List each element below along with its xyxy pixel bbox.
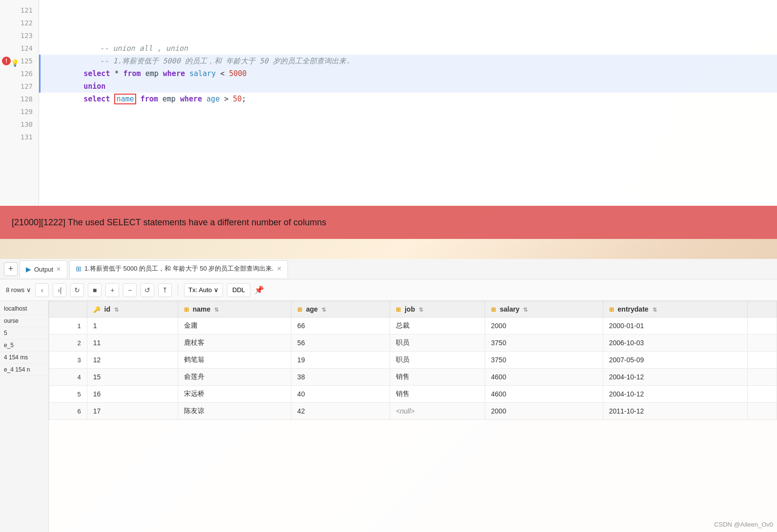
salary-sort-icon: ⇅	[523, 307, 528, 313]
kw-union: union	[83, 82, 105, 91]
col-header-job[interactable]: ⊞ job ⇅	[390, 301, 485, 317]
col-header-id[interactable]: 🔑 id ⇅	[87, 301, 178, 317]
watermark: CSDN @Aileen_Ov0	[714, 521, 773, 528]
result-toolbar: 8 rows ∨ ‹ ›| ↻ ■ + − ↺ ⤒ Tx: Auto ∨ DDL…	[0, 279, 777, 301]
pin-icon[interactable]: 📌	[254, 285, 264, 295]
null-value: <null>	[396, 407, 414, 415]
code-line-129	[39, 105, 777, 118]
col-age: age	[206, 95, 220, 103]
code-line-122	[39, 17, 777, 29]
results-table-wrapper[interactable]: 🔑 id ⇅ ⊞ name ⇅ ⊞ age ⇅	[49, 301, 777, 532]
col-header-extra	[747, 301, 777, 317]
val-5000: 5000	[229, 69, 246, 78]
cell-entrydate-2: 2006-10-03	[603, 335, 747, 352]
kw-from-1: from	[123, 69, 141, 78]
cell-job-5: 销售	[390, 386, 485, 403]
entrydate-col-icon: ⊞	[609, 306, 614, 313]
col-header-salary[interactable]: ⊞ salary ⇅	[485, 301, 603, 317]
cell-name-1: 金庸	[178, 317, 291, 335]
cell-name-3: 鹤笔翁	[178, 352, 291, 369]
bottom-content: localhost ourse 5 e_5 4 154 ms e_4 154 n…	[0, 301, 777, 532]
line-121: 121	[0, 4, 39, 17]
val-50: 50	[233, 95, 242, 103]
table-row[interactable]: 4 15 俞莲舟 38 销售 4600 2004-10-12	[49, 369, 777, 386]
cell-job-6: <null>	[390, 403, 485, 420]
tx-auto-label: Tx: Auto	[188, 286, 212, 294]
tx-auto-chevron: ∨	[214, 286, 219, 294]
code-editor: 121 122 123 124 ! 💡 125 126 127 128 129 …	[0, 0, 777, 205]
table-row[interactable]: 5 16 宋远桥 40 销售 4600 2004-10-12	[49, 386, 777, 403]
stop-button[interactable]: ■	[88, 283, 102, 297]
cell-job-2: 职员	[390, 335, 485, 352]
error-message: [21000][1222] The used SELECT statements…	[12, 217, 326, 228]
cell-salary-6: 2000	[485, 403, 603, 420]
result-tab-close[interactable]: ✕	[277, 265, 282, 272]
kw-select-1: select	[83, 69, 110, 78]
cell-rownum-1: 1	[49, 317, 87, 335]
output-tab-close[interactable]: ✕	[56, 266, 61, 273]
result-tab[interactable]: ⊞ 1.将薪资低于 5000 的员工，和 年龄大于 50 岁的员工全部查询出来.…	[69, 260, 288, 278]
line-125: ! 💡 125	[0, 55, 39, 67]
table-row[interactable]: 1 1 金庸 66 总裁 2000 2000-01-01	[49, 317, 777, 335]
cell-age-3: 19	[291, 352, 390, 369]
rows-count[interactable]: 8 rows ∨	[6, 286, 31, 294]
cell-age-5: 40	[291, 386, 390, 403]
job-col-icon: ⊞	[396, 306, 401, 313]
sidebar-e5[interactable]: e_5	[0, 339, 48, 352]
line-128: 128	[0, 93, 39, 105]
kw-where-1: where	[163, 69, 185, 78]
error-bar: [21000][1222] The used SELECT statements…	[0, 206, 777, 239]
age-sort-icon: ⇅	[322, 307, 326, 313]
col-header-rownum	[49, 301, 87, 317]
results-table: 🔑 id ⇅ ⊞ name ⇅ ⊞ age ⇅	[49, 301, 777, 420]
result-tab-icon: ⊞	[76, 265, 82, 273]
code-line-131	[39, 131, 777, 143]
sidebar-5[interactable]: 5	[0, 327, 48, 339]
remove-row-button[interactable]: −	[123, 283, 137, 297]
nav-last-button[interactable]: ›|	[53, 283, 66, 297]
line-numbers: 121 122 123 124 ! 💡 125 126 127 128 129 …	[0, 0, 39, 205]
tx-auto-dropdown[interactable]: Tx: Auto ∨	[184, 283, 223, 297]
table-header-row: 🔑 id ⇅ ⊞ name ⇅ ⊞ age ⇅	[49, 301, 777, 317]
nav-first-button[interactable]: ‹	[35, 283, 49, 297]
cell-extra-5	[747, 386, 777, 403]
cell-age-4: 38	[291, 369, 390, 386]
add-tab-button[interactable]: +	[4, 262, 18, 276]
cell-id-6: 17	[87, 403, 178, 420]
table-row[interactable]: 6 17 陈友谅 42 <null> 2000 2011-10-12	[49, 403, 777, 420]
sidebar-154ms-2[interactable]: e_4 154 n	[0, 364, 48, 376]
col-header-entrydate[interactable]: ⊞ entrydate ⇅	[603, 301, 747, 317]
cell-salary-4: 4600	[485, 369, 603, 386]
job-sort-icon: ⇅	[419, 307, 423, 313]
cell-entrydate-1: 2000-01-01	[603, 317, 747, 335]
refresh-button[interactable]: ↻	[70, 283, 84, 297]
ddl-button[interactable]: DDL	[227, 283, 250, 297]
add-row-button[interactable]: +	[105, 283, 119, 297]
cell-job-4: 销售	[390, 369, 485, 386]
id-sort-icon: ⇅	[114, 307, 119, 313]
salary-col-icon: ⊞	[491, 306, 496, 313]
table-row[interactable]: 2 11 鹿杖客 56 职员 3750 2006-10-03	[49, 335, 777, 352]
cell-age-1: 66	[291, 317, 390, 335]
name-col-icon: ⊞	[184, 306, 189, 313]
col-header-name[interactable]: ⊞ name ⇅	[178, 301, 291, 317]
code-content[interactable]: -- union all , union -- 1.将薪资低于 5000 的员工…	[39, 0, 777, 205]
code-line-130	[39, 118, 777, 131]
cell-rownum-3: 3	[49, 352, 87, 369]
sidebar-154ms-1[interactable]: 4 154 ms	[0, 352, 48, 364]
revert-button[interactable]: ↺	[141, 283, 154, 297]
table-row[interactable]: 3 12 鹤笔翁 19 职员 3750 2007-05-09	[49, 352, 777, 369]
line-129: 129	[0, 105, 39, 118]
cell-job-3: 职员	[390, 352, 485, 369]
col-header-age[interactable]: ⊞ age ⇅	[291, 301, 390, 317]
sidebar-course[interactable]: ourse	[0, 315, 48, 327]
cell-salary-5: 4600	[485, 386, 603, 403]
output-tab[interactable]: ▶ Output ✕	[20, 260, 67, 278]
cell-name-6: 陈友谅	[178, 403, 291, 420]
upload-button[interactable]: ⤒	[158, 283, 172, 297]
cell-entrydate-6: 2011-10-12	[603, 403, 747, 420]
sidebar-localhost[interactable]: localhost	[0, 303, 48, 315]
error-icon: !	[2, 57, 11, 65]
kw-select-2: select	[83, 95, 110, 103]
name-sort-icon: ⇅	[214, 307, 219, 313]
